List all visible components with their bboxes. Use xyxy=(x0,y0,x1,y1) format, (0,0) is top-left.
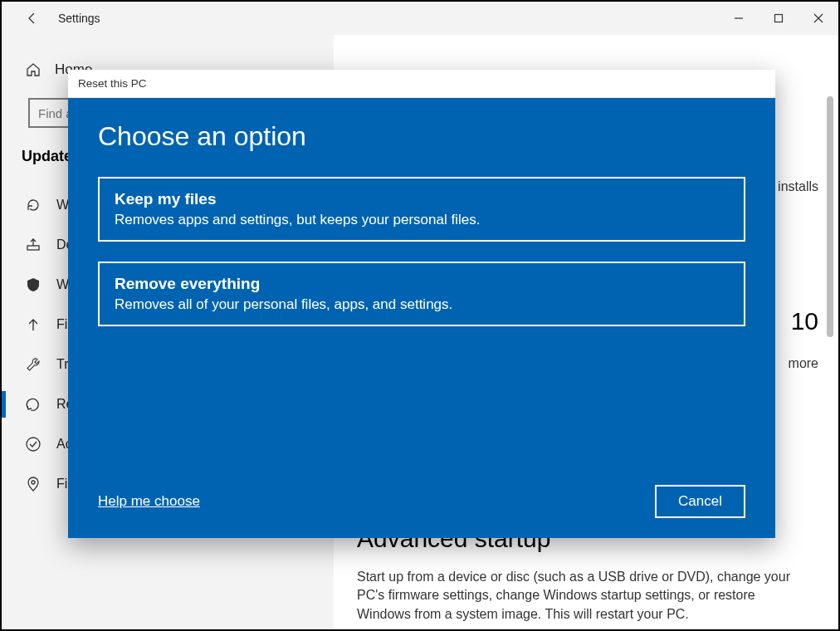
option-remove-everything[interactable]: Remove everything Removes all of your pe… xyxy=(98,262,745,326)
svg-point-3 xyxy=(27,438,40,451)
close-button[interactable] xyxy=(798,2,838,35)
dialog-title: Reset this PC xyxy=(68,70,775,98)
cancel-button[interactable]: Cancel xyxy=(655,485,745,518)
section-body: Start up from a device or disc (such as … xyxy=(357,568,805,624)
option-description: Removes apps and settings, but keeps you… xyxy=(115,212,729,228)
partial-text: 10 xyxy=(791,307,818,335)
dialog-heading: Choose an option xyxy=(98,121,745,152)
option-title: Keep my files xyxy=(115,190,729,208)
minimize-button[interactable] xyxy=(719,2,759,35)
option-description: Removes all of your personal files, apps… xyxy=(115,296,729,313)
shield-icon xyxy=(25,276,42,293)
back-icon[interactable] xyxy=(25,11,40,26)
maximize-button[interactable] xyxy=(759,2,798,35)
option-title: Remove everything xyxy=(115,275,729,293)
recovery-icon xyxy=(25,396,42,413)
window-titlebar: Settings xyxy=(2,2,838,35)
reset-pc-dialog: Reset this PC Choose an option Keep my f… xyxy=(68,70,775,538)
check-icon xyxy=(25,436,42,452)
arrow-up-icon xyxy=(25,316,42,333)
refresh-icon xyxy=(25,197,42,213)
partial-text: more xyxy=(789,356,818,371)
delivery-icon xyxy=(25,237,42,253)
wrench-icon xyxy=(25,356,42,373)
help-me-choose-link[interactable]: Help me choose xyxy=(98,493,200,510)
scrollbar[interactable] xyxy=(827,96,833,337)
partial-text: installs xyxy=(778,179,818,194)
svg-rect-1 xyxy=(775,15,783,22)
home-icon xyxy=(25,61,42,78)
window-title: Settings xyxy=(58,12,100,25)
option-keep-my-files[interactable]: Keep my files Removes apps and settings,… xyxy=(98,177,745,242)
svg-point-4 xyxy=(32,481,35,484)
svg-rect-2 xyxy=(27,246,39,250)
location-icon xyxy=(25,476,42,492)
